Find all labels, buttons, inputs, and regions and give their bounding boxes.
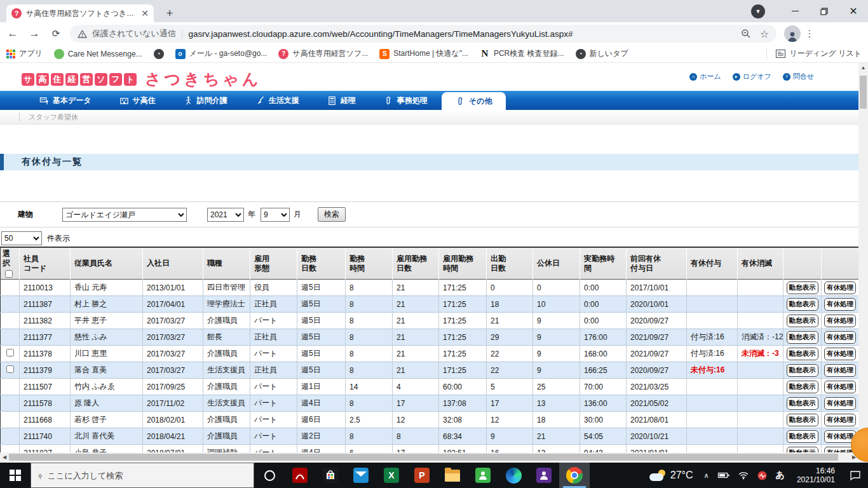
cell-work-week: 週5日 (297, 346, 346, 362)
mail-button[interactable] (346, 463, 376, 488)
bookmark-pcr[interactable]: N PCR検査 検査登録... (480, 48, 564, 59)
powerpoint-button[interactable]: P (407, 463, 437, 488)
kintai-display-button[interactable]: 勤怠表示 (787, 315, 818, 327)
yukyu-process-button[interactable]: 有休処理 (824, 414, 856, 426)
browser-tab[interactable]: ? サ高住専用経営ソフトさつきちゃん ✕ (6, 4, 154, 22)
scroll-left-arrow-icon[interactable]: ◀ (0, 452, 9, 462)
kintai-display-button[interactable]: 勤怠表示 (787, 381, 818, 393)
apps-shortcut[interactable]: アプリ (6, 48, 43, 59)
kintai-display-button[interactable]: 勤怠表示 (787, 397, 818, 410)
zoom-indicator-icon[interactable] (741, 29, 751, 39)
cell-attend-days: 17 (487, 395, 533, 412)
yukyu-process-button[interactable]: 有休処理 (824, 397, 856, 410)
taskbar-search[interactable]: ⌕ (31, 463, 254, 488)
yukyu-process-button[interactable]: 有休処理 (824, 281, 856, 294)
nav-accounting[interactable]: 経理 (313, 91, 370, 110)
care-app-button[interactable] (468, 463, 498, 488)
yukyu-process-button[interactable]: 有休処理 (824, 315, 856, 327)
cortana-button[interactable] (254, 463, 285, 488)
address-bar[interactable]: 保護されていない通信 | gasrv.japanwest.cloudapp.az… (70, 25, 776, 43)
wifi-icon[interactable] (734, 463, 753, 488)
bookmark-starthome[interactable]: S StartHome | 快適な"... (379, 48, 468, 59)
nav-life-support[interactable]: 生活支援 (241, 91, 313, 110)
weather-icon (649, 470, 666, 481)
edge-button[interactable] (498, 463, 529, 488)
inquiry-link[interactable]: ?問合せ (783, 72, 814, 81)
bookmark-care-net[interactable]: Care Net Messenge... (54, 49, 142, 59)
action-center-button[interactable] (843, 471, 868, 480)
back-icon[interactable]: ← (4, 25, 22, 43)
profile-avatar[interactable] (784, 25, 801, 42)
yukyu-process-button[interactable]: 有休処理 (824, 298, 856, 311)
kintai-display-button[interactable]: 勤怠表示 (787, 298, 818, 311)
yukyu-process-button[interactable]: 有休処理 (824, 364, 856, 377)
file-explorer-button[interactable] (437, 463, 468, 488)
store-button[interactable] (315, 463, 346, 488)
tray-expand-icon[interactable]: ∧ (700, 463, 714, 488)
bookmark-satsuki[interactable]: ? サ高住専用経営ソフ... (278, 48, 368, 59)
restore-button[interactable] (810, 0, 839, 22)
nav-office-work[interactable]: 事務処理 (370, 91, 442, 110)
vertical-scroll-thumb[interactable] (860, 76, 867, 109)
close-window-button[interactable]: ✕ (839, 0, 868, 22)
kintai-display-button[interactable]: 勤怠表示 (787, 364, 818, 377)
nav-homecare[interactable]: 訪問介護 (170, 91, 241, 110)
cell-job: 介護職員 (203, 346, 250, 362)
start-button[interactable] (0, 463, 31, 488)
building-select[interactable]: ゴールドエイジ瀬戸 (62, 208, 187, 222)
minimize-button[interactable] (780, 0, 810, 22)
select-all-checkbox[interactable] (5, 270, 13, 278)
bookmark-star-icon[interactable]: ☆ (760, 28, 769, 40)
forward-icon[interactable]: → (25, 25, 43, 43)
browser-menu-icon[interactable]: ⋮ (801, 28, 818, 39)
header-hire-date: 入社日 (143, 247, 203, 280)
reading-list-button[interactable]: リーディング リスト (766, 48, 862, 59)
month-select[interactable]: 9 (261, 208, 290, 222)
chrome-button[interactable] (559, 463, 590, 488)
horizontal-scrollbar[interactable]: ◀ ▶ (0, 452, 858, 462)
cell-kintai-action: 勤怠表示 (783, 313, 822, 329)
page-size-select[interactable]: 50 (1, 231, 42, 245)
yukyu-process-button[interactable]: 有休処理 (824, 331, 856, 344)
new-tab-button[interactable]: + (161, 5, 178, 22)
search-button[interactable]: 検索 (318, 207, 346, 222)
cell-job: 介護職員 (203, 379, 250, 395)
tab-close-icon[interactable]: ✕ (141, 9, 149, 18)
purple-app-icon (536, 468, 552, 483)
bookmark-newtab[interactable]: ◔ 新しいタブ (576, 48, 628, 59)
kintai-display-button[interactable]: 勤怠表示 (787, 331, 818, 344)
yukyu-process-button[interactable]: 有休処理 (824, 348, 856, 360)
taskbar-search-input[interactable] (48, 471, 247, 480)
purple-app-button[interactable] (529, 463, 559, 488)
nav-sakoju[interactable]: サ高住 (105, 91, 170, 110)
yukyu-process-button[interactable]: 有休処理 (824, 381, 856, 393)
account-badge-icon[interactable]: ▼ (751, 4, 765, 18)
cell-yukyu-action: 有休処理 (822, 379, 859, 395)
kintai-display-button[interactable]: 勤怠表示 (787, 414, 818, 426)
row-checkbox[interactable] (6, 349, 14, 356)
battery-icon[interactable] (714, 463, 734, 488)
bookmark-mail[interactable]: o メール - ga-seto@go... (175, 48, 268, 59)
bookmark-globe[interactable]: ◔ (154, 49, 164, 59)
horizontal-scroll-thumb[interactable] (9, 454, 838, 461)
year-select[interactable]: 2021 (207, 208, 244, 222)
kintai-display-button[interactable]: 勤怠表示 (787, 348, 818, 360)
nav-basic-data[interactable]: 基本データ (25, 91, 105, 110)
kintai-display-button[interactable]: 勤怠表示 (787, 430, 818, 443)
ime-indicator[interactable]: あ (771, 463, 789, 488)
health-tray-icon[interactable] (753, 463, 771, 488)
logoff-link[interactable]: ▸ログオフ (733, 72, 771, 81)
home-link[interactable]: ⌂ホーム (689, 72, 721, 81)
site-logo[interactable]: サ 高 住 経 営 ソ フ ト さつきちゃん (22, 69, 262, 90)
breadcrumb-text[interactable]: スタッフ希望休 (29, 112, 78, 122)
taskbar-clock[interactable]: 16:46 2021/10/01 (789, 466, 843, 484)
vertical-scrollbar[interactable]: ▲ ▼ (858, 63, 868, 463)
row-checkbox[interactable] (6, 365, 14, 373)
excel-button[interactable]: X (376, 463, 407, 488)
weather-widget[interactable]: 27°C (643, 470, 700, 481)
kintai-display-button[interactable]: 勤怠表示 (787, 281, 818, 294)
acrobat-button[interactable] (285, 463, 315, 488)
nav-others[interactable]: その他 (442, 92, 506, 110)
scroll-up-arrow-icon[interactable]: ▲ (858, 63, 868, 72)
refresh-icon[interactable]: ⟳ (47, 25, 65, 43)
